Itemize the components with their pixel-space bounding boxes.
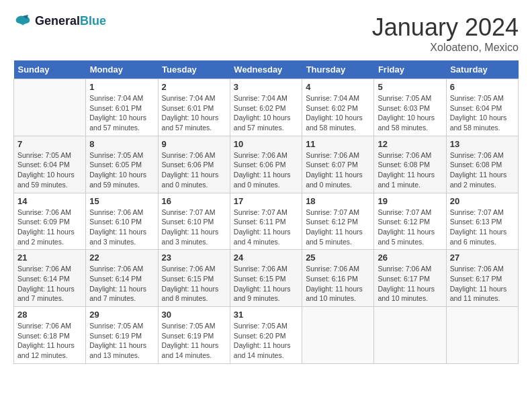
day-info: Sunrise: 7:06 AM Sunset: 6:08 PM Dayligh… xyxy=(378,150,442,190)
day-info: Sunrise: 7:05 AM Sunset: 6:19 PM Dayligh… xyxy=(89,321,154,361)
calendar-week-row: 21Sunrise: 7:06 AM Sunset: 6:14 PM Dayli… xyxy=(14,250,519,307)
weekday-header-tuesday: Tuesday xyxy=(158,60,230,79)
day-number: 16 xyxy=(162,196,226,206)
day-number: 19 xyxy=(378,196,442,206)
calendar-cell: 24Sunrise: 7:06 AM Sunset: 6:15 PM Dayli… xyxy=(230,250,302,307)
day-info: Sunrise: 7:05 AM Sunset: 6:03 PM Dayligh… xyxy=(378,93,442,133)
day-number: 4 xyxy=(306,82,370,92)
calendar-cell: 19Sunrise: 7:07 AM Sunset: 6:12 PM Dayli… xyxy=(374,193,446,250)
calendar-cell: 1Sunrise: 7:04 AM Sunset: 6:01 PM Daylig… xyxy=(86,79,158,136)
day-info: Sunrise: 7:05 AM Sunset: 6:20 PM Dayligh… xyxy=(234,321,298,361)
day-info: Sunrise: 7:06 AM Sunset: 6:14 PM Dayligh… xyxy=(17,264,82,304)
calendar-cell: 25Sunrise: 7:06 AM Sunset: 6:16 PM Dayli… xyxy=(302,250,374,307)
day-number: 20 xyxy=(450,196,515,206)
day-number: 24 xyxy=(234,253,298,263)
calendar-cell: 18Sunrise: 7:07 AM Sunset: 6:12 PM Dayli… xyxy=(302,193,374,250)
day-info: Sunrise: 7:04 AM Sunset: 6:01 PM Dayligh… xyxy=(89,93,154,133)
calendar-cell: 30Sunrise: 7:05 AM Sunset: 6:19 PM Dayli… xyxy=(158,307,230,364)
calendar-cell: 10Sunrise: 7:06 AM Sunset: 6:06 PM Dayli… xyxy=(230,136,302,193)
day-info: Sunrise: 7:07 AM Sunset: 6:12 PM Dayligh… xyxy=(306,208,370,247)
calendar-cell: 14Sunrise: 7:06 AM Sunset: 6:09 PM Dayli… xyxy=(14,193,86,250)
calendar-table: SundayMondayTuesdayWednesdayThursdayFrid… xyxy=(13,60,519,364)
calendar-cell: 12Sunrise: 7:06 AM Sunset: 6:08 PM Dayli… xyxy=(374,136,446,193)
day-info: Sunrise: 7:06 AM Sunset: 6:14 PM Dayligh… xyxy=(89,264,154,304)
weekday-header-thursday: Thursday xyxy=(302,60,374,79)
day-number: 29 xyxy=(89,310,154,320)
day-info: Sunrise: 7:07 AM Sunset: 6:12 PM Dayligh… xyxy=(378,208,442,247)
calendar-cell: 28Sunrise: 7:06 AM Sunset: 6:18 PM Dayli… xyxy=(14,307,86,364)
day-number: 26 xyxy=(378,253,442,263)
calendar-cell: 8Sunrise: 7:05 AM Sunset: 6:05 PM Daylig… xyxy=(86,136,158,193)
calendar-cell: 5Sunrise: 7:05 AM Sunset: 6:03 PM Daylig… xyxy=(374,79,446,136)
day-number: 15 xyxy=(89,196,154,206)
day-number: 12 xyxy=(378,139,442,149)
calendar-cell: 31Sunrise: 7:05 AM Sunset: 6:20 PM Dayli… xyxy=(230,307,302,364)
day-info: Sunrise: 7:07 AM Sunset: 6:13 PM Dayligh… xyxy=(450,208,515,247)
weekday-header-friday: Friday xyxy=(374,60,446,79)
location-subtitle: Xoloateno, Mexico xyxy=(372,42,519,54)
calendar-cell: 29Sunrise: 7:05 AM Sunset: 6:19 PM Dayli… xyxy=(86,307,158,364)
page-header: GeneralBlue January 2024 Xoloateno, Mexi… xyxy=(13,13,519,54)
day-number: 23 xyxy=(162,253,226,263)
day-number: 21 xyxy=(17,253,82,263)
day-number: 9 xyxy=(162,139,226,149)
calendar-cell: 13Sunrise: 7:06 AM Sunset: 6:08 PM Dayli… xyxy=(446,136,518,193)
day-info: Sunrise: 7:06 AM Sunset: 6:17 PM Dayligh… xyxy=(378,264,442,304)
month-year-title: January 2024 xyxy=(372,13,519,42)
day-number: 25 xyxy=(306,253,370,263)
calendar-week-row: 7Sunrise: 7:05 AM Sunset: 6:04 PM Daylig… xyxy=(14,136,519,193)
day-info: Sunrise: 7:06 AM Sunset: 6:16 PM Dayligh… xyxy=(306,264,370,304)
calendar-cell: 20Sunrise: 7:07 AM Sunset: 6:13 PM Dayli… xyxy=(446,193,518,250)
day-info: Sunrise: 7:06 AM Sunset: 6:18 PM Dayligh… xyxy=(17,321,82,361)
calendar-cell: 4Sunrise: 7:04 AM Sunset: 6:02 PM Daylig… xyxy=(302,79,374,136)
day-number: 3 xyxy=(234,82,298,92)
day-info: Sunrise: 7:05 AM Sunset: 6:04 PM Dayligh… xyxy=(450,93,515,133)
day-info: Sunrise: 7:06 AM Sunset: 6:08 PM Dayligh… xyxy=(450,150,515,190)
day-number: 17 xyxy=(234,196,298,206)
calendar-cell: 15Sunrise: 7:06 AM Sunset: 6:10 PM Dayli… xyxy=(86,193,158,250)
day-info: Sunrise: 7:06 AM Sunset: 6:15 PM Dayligh… xyxy=(162,264,226,304)
day-info: Sunrise: 7:04 AM Sunset: 6:01 PM Dayligh… xyxy=(162,93,226,133)
day-info: Sunrise: 7:07 AM Sunset: 6:10 PM Dayligh… xyxy=(162,208,226,247)
weekday-header-wednesday: Wednesday xyxy=(230,60,302,79)
day-number: 10 xyxy=(234,139,298,149)
calendar-cell: 23Sunrise: 7:06 AM Sunset: 6:15 PM Dayli… xyxy=(158,250,230,307)
day-number: 5 xyxy=(378,82,442,92)
calendar-cell: 11Sunrise: 7:06 AM Sunset: 6:07 PM Dayli… xyxy=(302,136,374,193)
day-number: 11 xyxy=(306,139,370,149)
day-number: 30 xyxy=(162,310,226,320)
day-number: 8 xyxy=(89,139,154,149)
calendar-cell: 22Sunrise: 7:06 AM Sunset: 6:14 PM Dayli… xyxy=(86,250,158,307)
logo: GeneralBlue xyxy=(13,13,106,30)
day-info: Sunrise: 7:06 AM Sunset: 6:10 PM Dayligh… xyxy=(89,208,154,247)
day-number: 31 xyxy=(234,310,298,320)
day-info: Sunrise: 7:06 AM Sunset: 6:06 PM Dayligh… xyxy=(162,150,226,190)
weekday-header-sunday: Sunday xyxy=(14,60,86,79)
calendar-cell: 26Sunrise: 7:06 AM Sunset: 6:17 PM Dayli… xyxy=(374,250,446,307)
calendar-cell: 21Sunrise: 7:06 AM Sunset: 6:14 PM Dayli… xyxy=(14,250,86,307)
logo-text: GeneralBlue xyxy=(35,15,106,28)
calendar-cell: 2Sunrise: 7:04 AM Sunset: 6:01 PM Daylig… xyxy=(158,79,230,136)
day-number: 7 xyxy=(17,139,82,149)
day-number: 13 xyxy=(450,139,515,149)
calendar-cell: 3Sunrise: 7:04 AM Sunset: 6:02 PM Daylig… xyxy=(230,79,302,136)
day-info: Sunrise: 7:04 AM Sunset: 6:02 PM Dayligh… xyxy=(306,93,370,133)
calendar-week-row: 14Sunrise: 7:06 AM Sunset: 6:09 PM Dayli… xyxy=(14,193,519,250)
logo-bird-icon xyxy=(13,13,32,30)
calendar-cell: 9Sunrise: 7:06 AM Sunset: 6:06 PM Daylig… xyxy=(158,136,230,193)
day-info: Sunrise: 7:06 AM Sunset: 6:07 PM Dayligh… xyxy=(306,150,370,190)
calendar-cell: 6Sunrise: 7:05 AM Sunset: 6:04 PM Daylig… xyxy=(446,79,518,136)
weekday-header-monday: Monday xyxy=(86,60,158,79)
day-number: 28 xyxy=(17,310,82,320)
day-number: 14 xyxy=(17,196,82,206)
calendar-cell: 17Sunrise: 7:07 AM Sunset: 6:11 PM Dayli… xyxy=(230,193,302,250)
calendar-cell xyxy=(302,307,374,364)
day-info: Sunrise: 7:06 AM Sunset: 6:15 PM Dayligh… xyxy=(234,264,298,304)
day-number: 27 xyxy=(450,253,515,263)
day-info: Sunrise: 7:06 AM Sunset: 6:09 PM Dayligh… xyxy=(17,208,82,247)
day-info: Sunrise: 7:05 AM Sunset: 6:04 PM Dayligh… xyxy=(17,150,82,190)
day-info: Sunrise: 7:05 AM Sunset: 6:05 PM Dayligh… xyxy=(89,150,154,190)
calendar-cell: 7Sunrise: 7:05 AM Sunset: 6:04 PM Daylig… xyxy=(14,136,86,193)
day-number: 18 xyxy=(306,196,370,206)
day-info: Sunrise: 7:07 AM Sunset: 6:11 PM Dayligh… xyxy=(234,208,298,247)
